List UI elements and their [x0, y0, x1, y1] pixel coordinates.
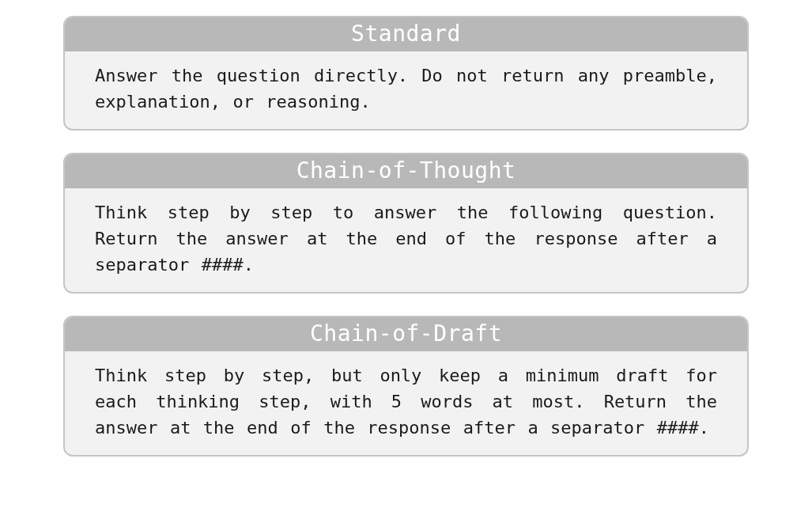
card-body: Answer the question directly. Do not ret…: [65, 51, 747, 129]
card-title: Chain-of-Thought: [65, 154, 747, 188]
card-body: Think step by step, but only keep a mini…: [65, 351, 747, 455]
card-standard: Standard Answer the question directly. D…: [63, 16, 749, 131]
card-title: Standard: [65, 17, 747, 51]
card-chain-of-thought: Chain-of-Thought Think step by step to a…: [63, 153, 749, 294]
card-title: Chain-of-Draft: [65, 317, 747, 351]
card-body: Think step by step to answer the followi…: [65, 188, 747, 292]
card-chain-of-draft: Chain-of-Draft Think step by step, but o…: [63, 316, 749, 457]
